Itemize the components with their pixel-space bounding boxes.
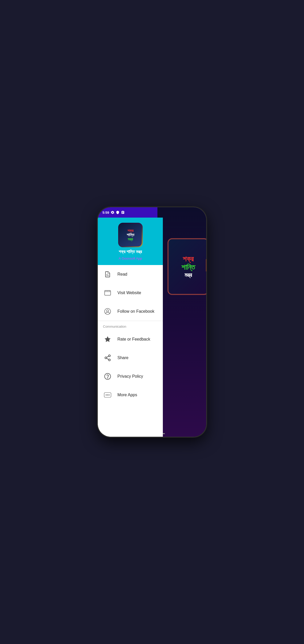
side-volume-button (206, 259, 206, 272)
shield-icon (116, 211, 119, 214)
phone-frame: 5:59 (98, 207, 206, 437)
document-icon (103, 270, 112, 279)
menu-item-rate-feedback[interactable]: Rate or Feedback (98, 330, 163, 349)
svg-point-12 (109, 359, 110, 361)
menu-label-read: Read (117, 272, 127, 277)
bg-card-line1: শক্র (183, 255, 194, 263)
menu-label-follow-facebook: Follow on Facebook (117, 309, 154, 314)
menu-label-privacy-policy: Privacy Policy (117, 374, 143, 379)
app-icon-line3: মন্ত্র (128, 237, 133, 242)
svg-point-11 (105, 357, 107, 359)
app-icon-inner: শক্র শান্তি মন্ত্র (119, 224, 142, 246)
app-icon-wrapper: শক্র শান্তি মন্ত্র (118, 223, 143, 247)
svg-point-16 (107, 378, 108, 378)
face-icon (103, 307, 112, 316)
menu-label-rate-feedback: Rate or Feedback (117, 337, 150, 342)
menu-item-visit-website[interactable]: Visit Website (98, 284, 163, 302)
app-icon-line2: শান্তি (127, 233, 134, 237)
svg-line-13 (107, 358, 109, 360)
drawer-menu: Read Visit Website (98, 265, 163, 437)
menu-item-more-apps[interactable]: More Apps (98, 386, 163, 404)
svg-point-15 (105, 373, 110, 379)
app-title: শক্র শান্তি মন্ত্র (119, 249, 142, 254)
menu-item-privacy-policy[interactable]: Privacy Policy (98, 367, 163, 386)
svg-point-19 (107, 394, 108, 395)
app-icon-line1: শক্র (127, 229, 133, 233)
menu-item-share[interactable]: Share (98, 349, 163, 367)
phone-inner: 5:59 (98, 207, 206, 437)
menu-item-read[interactable]: Read (98, 265, 163, 284)
svg-point-18 (106, 394, 107, 395)
bg-card-line3: মন্ত্র (185, 272, 192, 278)
menu-label-share: Share (117, 356, 129, 360)
dots-icon (103, 390, 112, 400)
gear-icon (111, 211, 114, 214)
menu-item-follow-facebook[interactable]: Follow on Facebook (98, 302, 163, 321)
svg-line-14 (107, 356, 109, 358)
share-icon (103, 353, 112, 362)
svg-point-20 (109, 394, 110, 395)
navigation-drawer: শক্র শান্তি মন্ত্র শক্র শান্তি মন্ত্র A … (98, 218, 163, 437)
star-icon (103, 335, 112, 344)
menu-label-visit-website: Visit Website (117, 291, 141, 295)
drawer-header: শক্র শান্তি মন্ত্র শক্র শান্তি মন্ত্র A … (98, 218, 163, 265)
time-display: 5:59 (102, 211, 109, 214)
svg-point-9 (107, 310, 109, 312)
app-subtitle: A Goonsoft App (119, 257, 142, 260)
clipboard-icon (121, 211, 125, 214)
bg-card-line2: শান্তি (181, 263, 195, 272)
menu-label-more-apps: More Apps (117, 393, 137, 397)
status-left: 5:59 (102, 211, 125, 214)
communication-section-header: Communication (98, 321, 163, 330)
background-content: শক্র শান্তি মন্ত্র (157, 207, 206, 437)
browser-icon (103, 288, 112, 298)
svg-point-10 (109, 355, 110, 357)
help-icon (103, 372, 112, 381)
bg-app-card: শক্র শান্তি মন্ত্র (167, 238, 206, 295)
